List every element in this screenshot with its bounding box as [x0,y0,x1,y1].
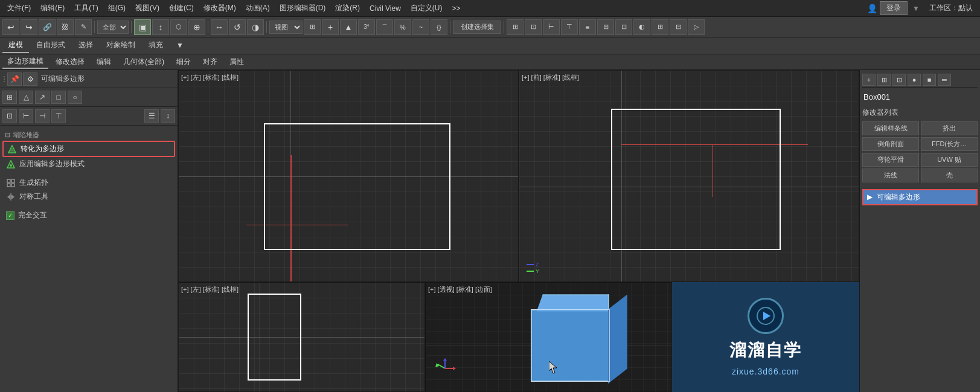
move-btn[interactable]: ↔ [211,19,228,35]
render-btn[interactable]: ▷ [688,19,705,35]
tab-selection[interactable]: 选择 [72,38,99,53]
rp-geom-icon[interactable]: ⊞ [877,74,891,86]
select-btn[interactable]: ▣ [134,19,151,35]
generate-topo-btn[interactable]: 生成拓扑 [2,176,175,190]
rp-rect-icon[interactable]: ■ [923,74,936,86]
menu-customize[interactable]: 自定义(U) [406,1,447,15]
viewport-left[interactable]: [+] [左] [标准] [线框] [178,70,519,282]
tertiary-properties[interactable]: 属性 [225,56,249,68]
bind-button[interactable]: ✎ [75,19,92,35]
menu-render[interactable]: 渲染(R) [330,1,365,15]
panel-content: ⊟ 塌陷堆器 转化为多边形 [0,126,178,392]
menu-civil-view[interactable]: Civil View [365,2,406,14]
select-lasso-btn[interactable]: ⬡ [170,19,187,35]
viewport-bottom-left[interactable]: [+] [左] [标准] [线框] [178,282,425,392]
full-interactive-checkbox[interactable]: ✓ [6,211,14,220]
menu-view[interactable]: 视图(V) [130,1,164,15]
menu-modifier[interactable]: 修改器(M) [199,1,241,15]
mod-turbosmooth[interactable]: 弯轮平滑 [862,153,919,167]
tertiary-align[interactable]: 对齐 [198,56,222,68]
panel-config-btn[interactable]: ⚙ [23,72,37,86]
material-editor[interactable]: ◐ [633,19,650,35]
mod-edit-spline[interactable]: 编辑样条线 [862,121,919,135]
icon-element[interactable]: ○ [68,91,82,104]
icon-r5[interactable]: ☰ [144,109,159,123]
tab-paint[interactable]: 对象绘制 [100,38,141,53]
mod-ffd[interactable]: FFD(长方… [921,137,978,151]
percent-snap[interactable]: ⌒ [376,19,393,35]
select-pivot-btn[interactable]: + [322,19,339,35]
menu-more[interactable]: >> [447,2,465,14]
full-interactive-row[interactable]: ✓ 完全交互 [2,208,175,222]
icon-vertex[interactable]: ⊞ [2,91,17,104]
menu-animation[interactable]: 动画(A) [241,1,275,15]
tertiary-modify-sel[interactable]: 修改选择 [51,56,89,68]
curve-editor[interactable]: ⊞ [597,19,614,35]
render-setup[interactable]: ⊞ [652,19,668,35]
icon-border[interactable]: ↗ [35,91,50,104]
link-button[interactable]: 🔗 [39,19,56,35]
mirror-btn[interactable]: ⊢ [543,19,560,35]
align-btn[interactable]: ⊤ [561,19,578,35]
menu-graph-editor[interactable]: 图形编辑器(D) [275,1,331,15]
paint-select-btn[interactable]: ⊕ [188,19,205,35]
viewport-front[interactable]: Z Y [+] [前] [标准] [线框] [519,70,859,282]
icon-r1[interactable]: ⊡ [2,109,17,123]
rp-sphere-icon[interactable]: ● [908,74,921,86]
rp-table-icon[interactable]: ═ [938,74,951,86]
select-region-btn[interactable]: ↕ [152,19,169,35]
viewport-3d[interactable]: [+] [透视] [标准] [边面] [425,282,672,392]
mod-uvw[interactable]: UVW 贴 [921,153,978,167]
tab-populate[interactable]: 填充 [143,38,169,53]
snap-angle-btn[interactable]: ⊡ [525,19,542,35]
apply-edit-poly-btn[interactable]: 应用编辑多边形模式 [2,157,175,171]
unlink-button[interactable]: ⛓ [57,19,74,35]
panel-pin-btn[interactable]: 📌 [7,72,22,86]
menu-tools[interactable]: 工具(T) [69,1,103,15]
icon-r3[interactable]: ⊣ [35,109,50,123]
icon-r4[interactable]: ⊤ [51,109,66,123]
redo-button[interactable]: ↪ [21,19,37,35]
icon-edge[interactable]: △ [19,91,33,104]
undo-button[interactable]: ↩ [2,19,19,35]
create-selection-set-btn[interactable]: 创建选择集 [453,21,501,34]
prop-editor[interactable]: {} [431,19,447,35]
rotate-btn[interactable]: ↺ [229,19,246,35]
spinner-snap[interactable]: % [394,19,411,35]
tab-freeform[interactable]: 自由形式 [30,38,71,53]
snap-grid-btn[interactable]: ⊞ [507,19,524,35]
render-frame[interactable]: ⊟ [670,19,687,35]
menu-file[interactable]: 文件(F) [2,1,36,15]
mod-entry-active[interactable]: ▶ 可编辑多边形 [862,189,978,205]
mod-shell[interactable]: 壳 [921,169,978,182]
axis-center-btn[interactable]: ⊞ [304,19,321,35]
tertiary-poly-model[interactable]: 多边形建模 [2,55,48,69]
convert-to-poly-btn[interactable]: 转化为多边形 [2,141,175,157]
tertiary-edit[interactable]: 编辑 [92,56,116,68]
angle-snap[interactable]: 3° [358,19,375,35]
menu-group[interactable]: 组(G) [103,1,130,15]
edit-constraints[interactable]: ~ [412,19,429,35]
tertiary-subdivision[interactable]: 细分 [171,56,196,68]
schematic-view[interactable]: ⊡ [615,19,632,35]
icon-r2[interactable]: ⊢ [19,109,33,123]
menu-create[interactable]: 创建(C) [164,1,199,15]
snap-toggle[interactable]: ▲ [340,19,357,35]
tertiary-geom-all[interactable]: 几何体(全部) [118,56,169,68]
menu-edit[interactable]: 编辑(E) [36,1,69,15]
scale-btn[interactable]: ◑ [247,19,264,35]
rp-add-icon[interactable]: + [862,74,876,86]
tab-more-dropdown[interactable]: ▼ [170,39,190,53]
mod-normal[interactable]: 法线 [862,169,919,182]
reference-coord[interactable]: 视图 [269,21,303,34]
icon-polygon[interactable]: □ [51,91,66,104]
layer-mgr[interactable]: ≡ [579,19,596,35]
mod-extrude[interactable]: 挤出 [921,121,978,135]
mod-bevel-profile[interactable]: 倒角剖面 [862,137,919,151]
selection-filter[interactable]: 全部 [97,21,129,34]
icon-r6[interactable]: ↕ [161,109,175,123]
symmetry-tool-btn[interactable]: 对称工具 [2,190,175,204]
login-button[interactable]: 登录 [880,1,908,15]
tab-modeling[interactable]: 建模 [2,38,29,53]
rp-mod-icon[interactable]: ⊡ [892,74,906,86]
